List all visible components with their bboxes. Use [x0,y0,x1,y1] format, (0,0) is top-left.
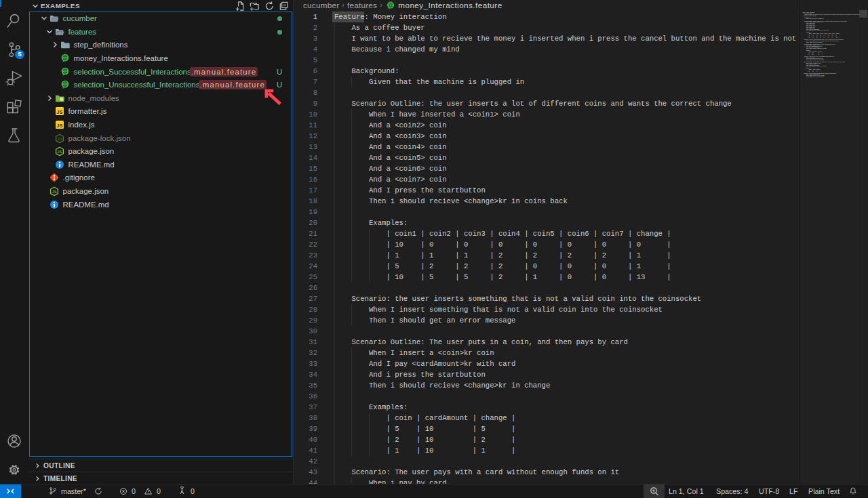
svg-text:JS: JS [52,190,56,194]
svg-text:JS: JS [56,123,62,129]
svg-text:JS: JS [57,136,62,140]
svg-text:JS: JS [56,109,62,115]
svg-text:JS: JS [57,150,62,154]
